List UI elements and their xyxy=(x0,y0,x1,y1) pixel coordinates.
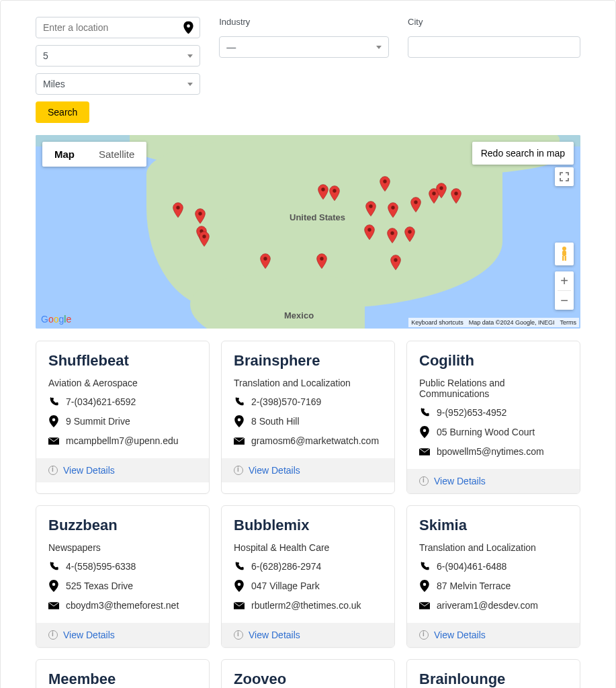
search-button[interactable]: Search xyxy=(36,101,89,123)
result-card: BuzzbeanNewspapers4-(558)595-6338 525 Te… xyxy=(36,505,210,648)
phone-icon xyxy=(234,561,245,572)
map-marker[interactable] xyxy=(173,202,183,218)
zoom-control: + − xyxy=(555,271,574,310)
result-card: BrainloungeE-Learning xyxy=(406,659,580,688)
city-input[interactable] xyxy=(408,36,580,58)
unit-select[interactable]: Miles xyxy=(36,73,200,95)
map-label-mx: Mexico xyxy=(284,310,314,320)
mail-icon xyxy=(419,448,430,456)
phone-icon xyxy=(48,396,59,407)
map[interactable]: United States Mexico Map Satellite Redo … xyxy=(36,135,580,329)
map-marker[interactable] xyxy=(451,188,461,204)
map-marker[interactable] xyxy=(365,201,376,217)
zoom-in-button[interactable]: + xyxy=(555,271,574,290)
pin-icon xyxy=(234,415,245,427)
location-pin-icon xyxy=(183,22,193,34)
map-marker[interactable] xyxy=(387,228,398,244)
email-row: mcampbellm7@upenn.edu xyxy=(48,435,197,446)
pegman-icon[interactable] xyxy=(555,243,574,265)
company-industry: Translation and Localization xyxy=(234,378,382,388)
map-marker[interactable] xyxy=(195,208,206,224)
location-input[interactable] xyxy=(36,17,200,38)
phone-icon xyxy=(234,396,245,407)
address-row: 047 Village Park xyxy=(234,580,382,592)
map-marker[interactable] xyxy=(199,231,210,247)
mail-icon xyxy=(419,602,430,609)
keyboard-shortcuts-link[interactable]: Keyboard shortcuts xyxy=(411,319,464,326)
city-label: City xyxy=(408,17,580,27)
address-row: 87 Melvin Terrace xyxy=(419,580,568,592)
view-details-link[interactable]: View Details xyxy=(249,630,300,640)
terms-link[interactable]: Terms xyxy=(560,319,577,326)
map-marker[interactable] xyxy=(410,197,421,213)
result-card: BubblemixHospital & Health Care6-(628)28… xyxy=(221,505,395,648)
email-row: cboydm3@themeforest.net xyxy=(48,600,197,611)
fullscreen-button[interactable] xyxy=(555,167,574,186)
map-marker[interactable] xyxy=(436,183,447,199)
pin-icon xyxy=(48,415,59,427)
info-icon xyxy=(419,630,429,640)
view-details-link[interactable]: View Details xyxy=(434,630,486,640)
address-row: 525 Texas Drive xyxy=(48,580,197,592)
email-row: rbutlerm2@thetimes.co.uk xyxy=(234,600,382,611)
company-name: Skimia xyxy=(419,517,568,534)
info-icon xyxy=(48,466,58,475)
phone-icon xyxy=(419,561,430,572)
company-industry: Public Relations and Communications xyxy=(419,378,568,399)
company-name: Bubblemix xyxy=(234,517,382,534)
map-marker[interactable] xyxy=(390,255,401,271)
company-industry: Translation and Localization xyxy=(419,542,568,553)
mail-icon xyxy=(234,437,245,445)
view-details-link[interactable]: View Details xyxy=(63,465,115,476)
map-marker[interactable] xyxy=(260,253,271,269)
view-details-link[interactable]: View Details xyxy=(63,630,115,640)
company-industry: Aviation & Aerospace xyxy=(48,378,197,388)
google-logo: Google xyxy=(41,314,71,325)
map-marker[interactable] xyxy=(316,253,327,269)
pin-icon xyxy=(419,426,430,438)
svg-rect-3 xyxy=(565,256,566,261)
pin-icon xyxy=(419,580,430,592)
company-industry: Newspapers xyxy=(48,542,197,553)
phone-row: 4-(558)595-6338 xyxy=(48,561,197,572)
phone-row: 9-(952)653-4952 xyxy=(419,407,568,418)
company-name: Meembee xyxy=(48,671,197,688)
info-icon xyxy=(48,630,58,640)
info-icon xyxy=(234,466,243,475)
view-details-link[interactable]: View Details xyxy=(434,476,486,486)
industry-select[interactable]: — xyxy=(219,36,389,58)
distance-select[interactable]: 5 xyxy=(36,45,200,67)
mail-icon xyxy=(48,437,59,445)
map-footer: Keyboard shortcuts Map data ©2024 Google… xyxy=(408,318,579,327)
zoom-out-button[interactable]: − xyxy=(555,291,574,310)
company-industry: Hospital & Health Care xyxy=(234,542,382,553)
redo-search-button[interactable]: Redo search in map xyxy=(472,142,574,165)
map-marker[interactable] xyxy=(364,224,375,241)
email-row: gramosm6@marketwatch.com xyxy=(234,435,382,446)
map-label-us: United States xyxy=(290,212,345,222)
satellite-tab[interactable]: Satellite xyxy=(87,142,146,167)
map-marker[interactable] xyxy=(380,176,390,192)
map-type-toggle: Map Satellite xyxy=(42,142,146,167)
map-tab[interactable]: Map xyxy=(42,142,87,167)
result-card: ShufflebeatAviation & Aerospace7-(034)62… xyxy=(36,341,210,494)
map-attribution: Map data ©2024 Google, INEGI xyxy=(469,319,555,326)
pin-icon xyxy=(48,580,59,592)
company-name: Zooveo xyxy=(234,671,382,688)
email-row: ariveram1@desdev.com xyxy=(419,600,568,611)
result-card: SkimiaTranslation and Localization6-(904… xyxy=(406,505,580,648)
svg-rect-1 xyxy=(562,251,566,256)
phone-row: 2-(398)570-7169 xyxy=(234,396,382,407)
map-marker[interactable] xyxy=(388,202,398,218)
phone-row: 7-(034)621-6592 xyxy=(48,396,197,407)
result-card: BrainsphereTranslation and Localization2… xyxy=(221,341,395,494)
map-marker[interactable] xyxy=(318,184,328,200)
result-card: MeembeeWireless xyxy=(36,659,210,688)
address-row: 9 Summit Drive xyxy=(48,415,197,427)
company-name: Brainlounge xyxy=(419,671,568,688)
company-name: Cogilith xyxy=(419,352,568,370)
map-marker[interactable] xyxy=(404,226,415,243)
map-marker[interactable] xyxy=(329,185,340,202)
pin-icon xyxy=(234,580,245,592)
view-details-link[interactable]: View Details xyxy=(249,465,300,476)
